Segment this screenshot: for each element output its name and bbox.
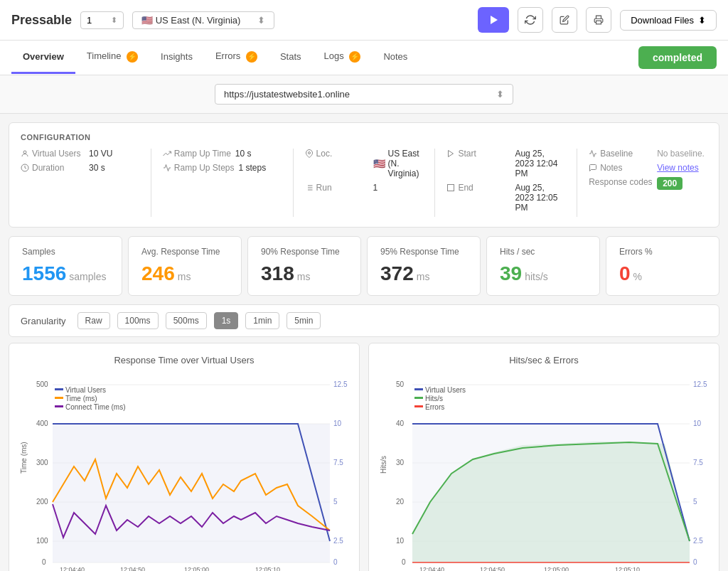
metric-95-response: 95% Response Time 372ms	[367, 236, 481, 296]
gran-raw[interactable]: Raw	[77, 312, 110, 329]
gran-1min[interactable]: 1min	[245, 312, 279, 329]
svg-text:0: 0	[402, 558, 406, 566]
metric-errors-value: 0%	[619, 262, 706, 285]
metric-hits-value: 39hits/s	[500, 262, 587, 285]
metric-90-response: 90% Response Time 318ms	[247, 236, 361, 296]
chart-response-time: Response Time over Virtual Users 500 400…	[9, 343, 360, 571]
metric-hits-label: Hits / sec	[500, 247, 587, 257]
metric-avg-label: Avg. Response Time	[141, 247, 228, 257]
svg-rect-74	[414, 405, 423, 407]
ramp-up-time-label: Ramp Up Time	[163, 149, 231, 159]
tab-overview[interactable]: Overview	[11, 41, 75, 74]
ramp-up-steps-label: Ramp Up Steps	[163, 163, 235, 173]
granularity-label: Granularity	[21, 316, 66, 326]
ramp-up-time-value: 10 s	[235, 149, 252, 159]
config-col-4: Start Aug 25, 2023 12:04 PM End Aug 25, …	[446, 149, 565, 217]
svg-text:12:04:40: 12:04:40	[60, 566, 85, 571]
svg-text:Virtual Users: Virtual Users	[425, 386, 466, 394]
svg-text:12:04:40: 12:04:40	[419, 566, 444, 571]
region-select[interactable]: 🇺🇸 US East (N. Virginia) ⬍	[132, 11, 274, 29]
gran-500ms[interactable]: 500ms	[166, 312, 207, 329]
edit-button[interactable]	[552, 7, 577, 33]
metric-errors: Errors % 0%	[606, 236, 719, 296]
play-button[interactable]	[478, 7, 509, 33]
svg-marker-0	[491, 16, 498, 24]
end-label: End	[446, 183, 510, 193]
num-field[interactable]	[87, 15, 108, 26]
download-button[interactable]: Download Files ⬍	[620, 10, 717, 31]
svg-text:0: 0	[693, 558, 697, 566]
svg-text:Hits/s: Hits/s	[425, 395, 443, 402]
svg-rect-72	[414, 397, 423, 399]
metric-avg-response: Avg. Response Time 246ms	[128, 236, 242, 296]
url-text: https://justatestwebsite1.online	[224, 89, 350, 100]
svg-text:Time (ms): Time (ms)	[65, 395, 97, 402]
print-button[interactable]	[586, 7, 611, 33]
metric-samples-value: 1556samples	[22, 262, 109, 285]
tab-timeline[interactable]: Timeline ⚡	[75, 41, 149, 75]
num-input[interactable]: ⬍	[80, 11, 124, 29]
chevron-down-icon2: ⬍	[698, 15, 706, 26]
svg-text:7.5: 7.5	[333, 459, 343, 466]
svg-text:30: 30	[396, 459, 405, 466]
errors-badge: ⚡	[246, 51, 257, 63]
svg-point-4	[308, 152, 310, 154]
svg-marker-33	[53, 424, 330, 562]
svg-text:20: 20	[396, 498, 405, 506]
metrics-row: Samples 1556samples Avg. Response Time 2…	[9, 236, 719, 296]
svg-text:0: 0	[333, 558, 338, 566]
run-value: 1	[373, 183, 378, 193]
logo: Pressable	[11, 13, 72, 28]
gran-1s[interactable]: 1s	[214, 312, 239, 329]
response-code-badge: 200	[657, 177, 682, 190]
svg-rect-42	[55, 405, 63, 407]
svg-text:Virtual Users: Virtual Users	[65, 386, 106, 394]
url-input[interactable]: https://justatestwebsite1.online ⬍	[215, 84, 513, 105]
metric-samples: Samples 1556samples	[9, 236, 122, 296]
svg-text:7.5: 7.5	[693, 459, 703, 466]
svg-text:Connect Time (ms): Connect Time (ms)	[65, 403, 125, 411]
tab-errors[interactable]: Errors ⚡	[204, 41, 269, 75]
svg-text:400: 400	[36, 420, 48, 427]
ramp-up-steps-value: 1 steps	[239, 163, 267, 173]
svg-text:10: 10	[333, 420, 342, 427]
baseline-value: No baseline.	[657, 149, 705, 159]
timeline-badge: ⚡	[127, 51, 138, 63]
chart2-svg: 50 40 30 20 10 0 Hits/s 12.5 10 7.5 5 2.…	[380, 374, 707, 571]
svg-text:12:05:10: 12:05:10	[615, 566, 640, 571]
tab-insights[interactable]: Insights	[149, 41, 204, 74]
svg-text:500: 500	[36, 380, 48, 388]
svg-text:Virtual Users: Virtual Users	[706, 474, 707, 514]
chart-hits-errors: Hits/sec & Errors 50 40 30 20 10 0 Hits/…	[368, 343, 719, 571]
url-bar: https://justatestwebsite1.online ⬍	[0, 75, 728, 114]
charts-row: Response Time over Virtual Users 500 400…	[9, 343, 719, 571]
svg-marker-65	[412, 424, 690, 562]
chevron-updown-icon: ⬍	[111, 16, 117, 25]
region-value: 🇺🇸 US East (N. Virginia)	[141, 15, 240, 26]
config-col-3: Loc. 🇺🇸 US East (N. Virginia) Run 1	[305, 149, 424, 217]
svg-text:12:05:00: 12:05:00	[184, 566, 209, 571]
gran-100ms[interactable]: 100ms	[117, 312, 159, 329]
end-value: Aug 25, 2023 12:05 PM	[515, 183, 565, 213]
svg-text:12:04:50: 12:04:50	[120, 566, 145, 571]
view-notes-link[interactable]: View notes	[657, 163, 698, 173]
header: Pressable ⬍ 🇺🇸 US East (N. Virginia) ⬍ D…	[0, 0, 728, 41]
refresh-button[interactable]	[518, 7, 543, 33]
gran-5min[interactable]: 5min	[287, 312, 321, 329]
chart2-title: Hits/sec & Errors	[380, 355, 707, 365]
svg-rect-70	[414, 388, 423, 390]
tab-stats[interactable]: Stats	[269, 41, 313, 74]
baseline-label: Baseline	[589, 149, 653, 159]
tab-notes[interactable]: Notes	[372, 41, 419, 74]
metric-errors-label: Errors %	[619, 247, 706, 257]
loc-label: Loc.	[305, 149, 369, 159]
granularity-row: Granularity Raw 100ms 500ms 1s 1min 5min	[9, 304, 719, 337]
svg-text:200: 200	[36, 498, 48, 506]
tab-logs[interactable]: Logs ⚡	[313, 41, 373, 75]
svg-text:Time (ms): Time (ms)	[21, 442, 28, 474]
svg-text:2.5: 2.5	[693, 537, 703, 545]
loc-value: US East (N. Virginia)	[388, 149, 424, 178]
metric-95-label: 95% Response Time	[380, 247, 467, 257]
svg-rect-1	[596, 21, 601, 24]
svg-text:5: 5	[693, 498, 697, 506]
